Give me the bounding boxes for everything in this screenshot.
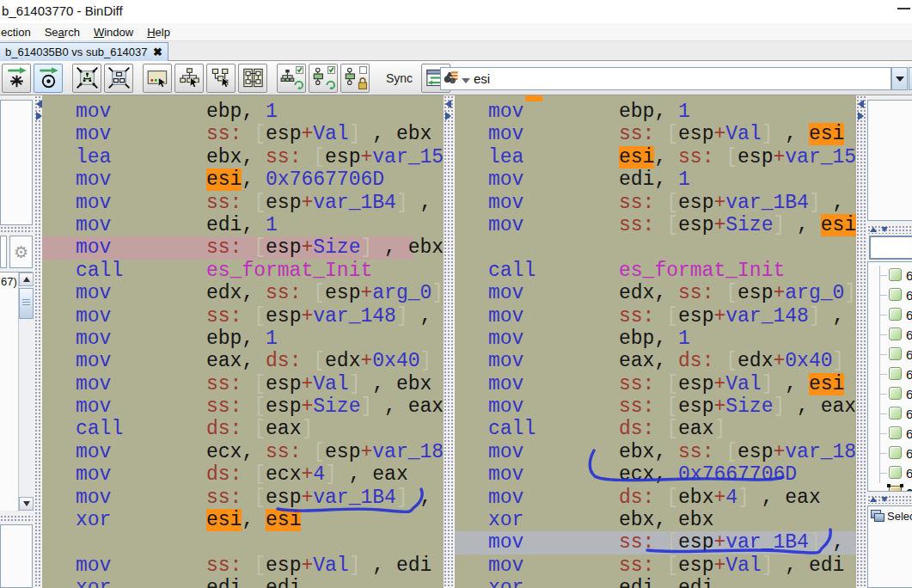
- asm-line[interactable]: movecx, 0x7667706D: [455, 463, 856, 486]
- tree-node-icon[interactable]: [889, 347, 902, 360]
- left-horizontal-splitter[interactable]: [0, 226, 33, 234]
- asm-line[interactable]: movedx, ss: [esp+arg_0]: [455, 282, 856, 304]
- proximity-browsing-button[interactable]: [34, 64, 63, 93]
- collapse-up-icon[interactable]: [870, 227, 877, 232]
- tree-item-selected[interactable]: 6: [868, 483, 912, 492]
- collapse-left-icon[interactable]: [36, 100, 42, 108]
- asm-line[interactable]: calles_format_Init: [42, 260, 444, 282]
- asm-line[interactable]: moveax, ds: [edx+0x40]: [455, 350, 856, 372]
- scroll-up-button[interactable]: [19, 273, 34, 286]
- tree-item[interactable]: 6: [868, 463, 912, 483]
- menu-selection[interactable]: ection: [0, 26, 38, 39]
- menu-window[interactable]: Window: [87, 26, 140, 39]
- asm-line[interactable]: movss: [esp+Val] , ebx: [42, 123, 444, 145]
- tree-item[interactable]: 6: [868, 444, 912, 463]
- tree-item[interactable]: 6: [868, 384, 912, 404]
- asm-line[interactable]: movedi, 1: [455, 168, 856, 191]
- asm-line[interactable]: callds: [eax]: [42, 418, 444, 440]
- lock-views-button[interactable]: [340, 64, 370, 93]
- tree-node-icon[interactable]: [889, 387, 902, 400]
- scroll-down-button[interactable]: [19, 497, 34, 511]
- asm-line[interactable]: movss: [esp+var_1B4] , esi: [42, 487, 444, 509]
- asm-line[interactable]: movss: [esp+Val] , esi: [455, 123, 856, 145]
- asm-line[interactable]: movss: [esp+Val] , edi: [42, 554, 444, 577]
- asm-line[interactable]: movebp, 1: [42, 101, 444, 123]
- tree-filter-field[interactable]: [869, 236, 912, 260]
- tab-close-icon[interactable]: ✖: [153, 46, 162, 58]
- search-filter-caret-icon[interactable]: [462, 78, 470, 83]
- zoom-normal-button[interactable]: [2, 64, 31, 93]
- asm-line[interactable]: movss: [esp+Val] , esi: [455, 373, 856, 395]
- hierarchic-layout-button[interactable]: [174, 64, 204, 93]
- search-dropdown-button[interactable]: [891, 67, 908, 90]
- tree-item[interactable]: 6: [868, 404, 912, 424]
- tree-node-icon[interactable]: [889, 288, 902, 301]
- minimize-icon[interactable]: [897, 8, 910, 9]
- expand-right-icon[interactable]: [36, 112, 42, 120]
- expand-down-icon[interactable]: [881, 497, 888, 502]
- right-horizontal-splitter-2[interactable]: [867, 495, 912, 504]
- primary-assembly-pane[interactable]: movebp, 1movss: [esp+Val] , ebxleaebx, s…: [42, 95, 444, 588]
- menu-help[interactable]: Help: [140, 26, 177, 39]
- menu-search[interactable]: Search: [38, 26, 87, 39]
- asm-line[interactable]: movecx, ss: [esp+var_180]: [42, 441, 444, 463]
- asm-line[interactable]: leaebx, ss: [esp+var_154]: [42, 146, 444, 168]
- toolbar-overflow-button[interactable]: [909, 67, 912, 90]
- asm-line[interactable]: leaesi, ss: [esp+var_154]: [455, 146, 856, 168]
- asm-line[interactable]: movss: [esp+var_148] , ebp: [42, 305, 444, 328]
- tree-node-icon[interactable]: [889, 308, 902, 321]
- left-horizontal-splitter-2[interactable]: [0, 515, 33, 523]
- asm-line[interactable]: movebp, 1: [455, 328, 856, 350]
- scrollbar-thumb[interactable]: [19, 288, 34, 319]
- expand-down-icon[interactable]: [881, 227, 888, 232]
- asm-line[interactable]: calles_format_Init: [455, 260, 856, 282]
- combined-view-button[interactable]: [238, 64, 267, 93]
- asm-line[interactable]: xoresi, esi: [42, 509, 444, 531]
- tree-node-icon[interactable]: [889, 446, 902, 459]
- tree-item[interactable]: 6: [868, 364, 912, 384]
- center-vertical-splitter[interactable]: [444, 95, 455, 588]
- right-horizontal-splitter[interactable]: [867, 225, 912, 234]
- left-cut-button[interactable]: [0, 236, 7, 268]
- search-combobox[interactable]: [440, 67, 891, 90]
- collapse-left-icon[interactable]: [445, 100, 451, 108]
- orthogonal-layout-button[interactable]: [206, 64, 236, 93]
- asm-line[interactable]: movds: [ebx+4] , eax: [455, 487, 856, 509]
- tree-node-icon[interactable]: [889, 367, 902, 380]
- tab-diff-view[interactable]: b_614035B0 vs sub_61403770 ✖: [0, 42, 168, 61]
- asm-line[interactable]: xorebx, ebx: [455, 509, 856, 531]
- tree-node-selected-icon[interactable]: [889, 486, 902, 492]
- asm-line[interactable]: xoredi, edi: [42, 577, 444, 588]
- asm-line[interactable]: [455, 236, 856, 259]
- tree-node-icon[interactable]: [889, 407, 902, 420]
- fit-window-button[interactable]: [104, 64, 133, 93]
- asm-line[interactable]: movss: [esp+var_1B4] , eax: [42, 192, 444, 214]
- tree-item[interactable]: 6: [868, 325, 912, 345]
- asm-line[interactable]: movds: [ecx+4] , eax: [42, 463, 444, 486]
- fit-selection-button[interactable]: [72, 64, 101, 93]
- asm-line[interactable]: movss: [esp+Size] , esi: [455, 214, 856, 236]
- expand-right-icon[interactable]: [445, 112, 451, 120]
- tree-item[interactable]: 6: [868, 285, 912, 305]
- asm-line[interactable]: movebp, 1: [455, 101, 856, 123]
- expand-right-icon[interactable]: [858, 112, 864, 120]
- asm-line[interactable]: movss: [esp+var_148] , ebp: [455, 305, 856, 328]
- asm-line[interactable]: movebx, ss: [esp+var_180]: [455, 441, 856, 463]
- asm-line[interactable]: moveax, ds: [edx+0x40]: [42, 350, 444, 372]
- overview-window-button[interactable]: [143, 64, 172, 93]
- asm-line[interactable]: movss: [esp+Val] , edi: [455, 554, 856, 577]
- asm-line[interactable]: movss: [esp+Size] , ebx: [42, 236, 413, 259]
- asm-line[interactable]: movedi, 1: [42, 214, 444, 236]
- asm-line[interactable]: movedx, ss: [esp+arg_0]: [42, 282, 444, 304]
- asm-line[interactable]: callds: [eax]: [455, 418, 856, 440]
- asm-line[interactable]: movesi, 0x7667706D: [42, 168, 444, 191]
- tree-node-icon[interactable]: [889, 268, 902, 281]
- asm-line[interactable]: movss: [esp+var_1B4] , eax: [455, 192, 856, 214]
- settings-button[interactable]: ⚙: [9, 236, 33, 268]
- sync-graph-zoom-button[interactable]: [309, 64, 338, 93]
- left-list-scrollbar[interactable]: [18, 273, 33, 511]
- tree-node-icon[interactable]: [889, 466, 902, 479]
- asm-line[interactable]: movss: [esp+Val] , ebx: [42, 373, 444, 395]
- left-vertical-splitter[interactable]: [34, 95, 42, 588]
- collapse-left-icon[interactable]: [858, 100, 864, 108]
